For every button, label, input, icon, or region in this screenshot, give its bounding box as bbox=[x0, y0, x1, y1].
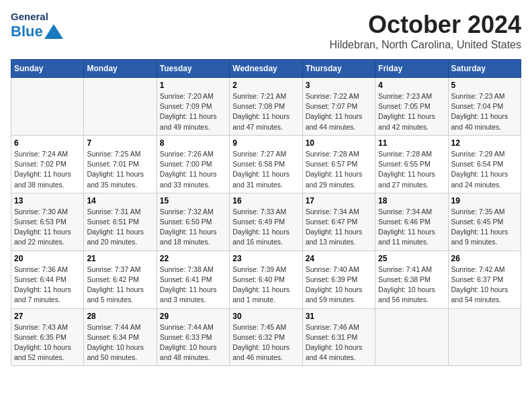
day-number: 23 bbox=[232, 254, 299, 263]
day-info: Sunrise: 7:39 AM Sunset: 6:40 PM Dayligh… bbox=[232, 265, 299, 306]
weekday-friday: Friday bbox=[375, 60, 448, 78]
calendar-cell: 22Sunrise: 7:38 AM Sunset: 6:41 PM Dayli… bbox=[157, 250, 229, 308]
day-number: 30 bbox=[232, 312, 299, 321]
calendar-week-3: 13Sunrise: 7:30 AM Sunset: 6:53 PM Dayli… bbox=[11, 193, 521, 250]
calendar-week-5: 27Sunrise: 7:43 AM Sunset: 6:35 PM Dayli… bbox=[11, 308, 521, 366]
day-number: 14 bbox=[87, 196, 153, 205]
page-title: October 2024 bbox=[330, 11, 521, 39]
day-number: 10 bbox=[306, 138, 372, 148]
day-number: 9 bbox=[232, 138, 299, 148]
calendar-cell bbox=[375, 308, 448, 366]
day-info: Sunrise: 7:45 AM Sunset: 6:32 PM Dayligh… bbox=[232, 322, 299, 363]
calendar-cell: 24Sunrise: 7:40 AM Sunset: 6:39 PM Dayli… bbox=[302, 250, 375, 308]
day-info: Sunrise: 7:25 AM Sunset: 7:01 PM Dayligh… bbox=[87, 149, 153, 190]
day-info: Sunrise: 7:24 AM Sunset: 7:02 PM Dayligh… bbox=[14, 149, 81, 190]
calendar-cell: 7Sunrise: 7:25 AM Sunset: 7:01 PM Daylig… bbox=[84, 135, 157, 193]
logo-bird-icon bbox=[44, 24, 63, 39]
calendar-week-2: 6Sunrise: 7:24 AM Sunset: 7:02 PM Daylig… bbox=[11, 135, 521, 193]
day-number: 21 bbox=[87, 254, 153, 263]
calendar-table: SundayMondayTuesdayWednesdayThursdayFrid… bbox=[11, 59, 521, 366]
day-info: Sunrise: 7:41 AM Sunset: 6:38 PM Dayligh… bbox=[378, 265, 445, 306]
day-number: 6 bbox=[14, 138, 81, 148]
day-info: Sunrise: 7:40 AM Sunset: 6:39 PM Dayligh… bbox=[306, 265, 372, 306]
day-info: Sunrise: 7:46 AM Sunset: 6:31 PM Dayligh… bbox=[306, 322, 372, 363]
weekday-sunday: Sunday bbox=[11, 60, 84, 78]
title-block: October 2024 Hildebran, North Carolina, … bbox=[330, 11, 521, 51]
calendar-cell: 5Sunrise: 7:23 AM Sunset: 7:04 PM Daylig… bbox=[448, 78, 521, 136]
day-number: 18 bbox=[378, 196, 445, 205]
day-info: Sunrise: 7:29 AM Sunset: 6:54 PM Dayligh… bbox=[451, 149, 518, 190]
day-info: Sunrise: 7:20 AM Sunset: 7:09 PM Dayligh… bbox=[160, 91, 226, 132]
day-info: Sunrise: 7:28 AM Sunset: 6:55 PM Dayligh… bbox=[378, 149, 445, 190]
page-subtitle: Hildebran, North Carolina, United States bbox=[330, 39, 521, 51]
day-number: 11 bbox=[378, 138, 445, 148]
calendar-cell: 9Sunrise: 7:27 AM Sunset: 6:58 PM Daylig… bbox=[230, 135, 302, 193]
calendar-cell: 6Sunrise: 7:24 AM Sunset: 7:02 PM Daylig… bbox=[11, 135, 84, 193]
day-info: Sunrise: 7:36 AM Sunset: 6:44 PM Dayligh… bbox=[14, 265, 81, 306]
day-number: 12 bbox=[451, 138, 518, 148]
day-number: 3 bbox=[306, 81, 372, 90]
calendar-cell: 23Sunrise: 7:39 AM Sunset: 6:40 PM Dayli… bbox=[230, 250, 302, 308]
logo-general: General bbox=[11, 11, 63, 23]
day-info: Sunrise: 7:31 AM Sunset: 6:51 PM Dayligh… bbox=[87, 207, 153, 248]
day-info: Sunrise: 7:22 AM Sunset: 7:07 PM Dayligh… bbox=[306, 91, 372, 132]
calendar-cell: 10Sunrise: 7:28 AM Sunset: 6:57 PM Dayli… bbox=[302, 135, 375, 193]
calendar-cell: 31Sunrise: 7:46 AM Sunset: 6:31 PM Dayli… bbox=[302, 308, 375, 366]
logo-blue: Blue bbox=[11, 23, 43, 40]
day-info: Sunrise: 7:38 AM Sunset: 6:41 PM Dayligh… bbox=[160, 265, 226, 306]
calendar-cell: 13Sunrise: 7:30 AM Sunset: 6:53 PM Dayli… bbox=[11, 193, 84, 250]
day-number: 15 bbox=[160, 196, 226, 205]
calendar-cell: 11Sunrise: 7:28 AM Sunset: 6:55 PM Dayli… bbox=[375, 135, 448, 193]
calendar-week-1: 1Sunrise: 7:20 AM Sunset: 7:09 PM Daylig… bbox=[11, 78, 521, 136]
calendar-cell: 21Sunrise: 7:37 AM Sunset: 6:42 PM Dayli… bbox=[84, 250, 157, 308]
day-number: 16 bbox=[232, 196, 299, 205]
calendar-cell: 2Sunrise: 7:21 AM Sunset: 7:08 PM Daylig… bbox=[230, 78, 302, 136]
calendar-cell: 15Sunrise: 7:32 AM Sunset: 6:50 PM Dayli… bbox=[157, 193, 229, 250]
day-info: Sunrise: 7:42 AM Sunset: 6:37 PM Dayligh… bbox=[451, 265, 518, 306]
weekday-wednesday: Wednesday bbox=[230, 60, 302, 78]
day-info: Sunrise: 7:28 AM Sunset: 6:57 PM Dayligh… bbox=[306, 149, 372, 190]
day-number: 20 bbox=[14, 254, 81, 263]
calendar-cell: 14Sunrise: 7:31 AM Sunset: 6:51 PM Dayli… bbox=[84, 193, 157, 250]
day-info: Sunrise: 7:43 AM Sunset: 6:35 PM Dayligh… bbox=[14, 322, 81, 363]
day-info: Sunrise: 7:44 AM Sunset: 6:33 PM Dayligh… bbox=[160, 322, 226, 363]
weekday-saturday: Saturday bbox=[448, 60, 521, 78]
day-number: 19 bbox=[451, 196, 518, 205]
day-number: 1 bbox=[160, 81, 226, 90]
calendar-header: SundayMondayTuesdayWednesdayThursdayFrid… bbox=[11, 60, 521, 78]
calendar-cell: 1Sunrise: 7:20 AM Sunset: 7:09 PM Daylig… bbox=[157, 78, 229, 136]
calendar-cell: 20Sunrise: 7:36 AM Sunset: 6:44 PM Dayli… bbox=[11, 250, 84, 308]
calendar-cell: 17Sunrise: 7:34 AM Sunset: 6:47 PM Dayli… bbox=[302, 193, 375, 250]
day-info: Sunrise: 7:23 AM Sunset: 7:05 PM Dayligh… bbox=[378, 91, 445, 132]
calendar-cell: 26Sunrise: 7:42 AM Sunset: 6:37 PM Dayli… bbox=[448, 250, 521, 308]
calendar-cell: 25Sunrise: 7:41 AM Sunset: 6:38 PM Dayli… bbox=[375, 250, 448, 308]
calendar-cell: 30Sunrise: 7:45 AM Sunset: 6:32 PM Dayli… bbox=[230, 308, 302, 366]
day-info: Sunrise: 7:30 AM Sunset: 6:53 PM Dayligh… bbox=[14, 207, 81, 248]
svg-marker-0 bbox=[44, 24, 63, 39]
page-header: General Blue October 2024 Hildebran, Nor… bbox=[11, 11, 521, 51]
day-number: 24 bbox=[306, 254, 372, 263]
day-number: 29 bbox=[160, 312, 226, 321]
calendar-cell bbox=[11, 78, 84, 136]
weekday-thursday: Thursday bbox=[302, 60, 375, 78]
calendar-cell: 18Sunrise: 7:34 AM Sunset: 6:46 PM Dayli… bbox=[375, 193, 448, 250]
day-info: Sunrise: 7:44 AM Sunset: 6:34 PM Dayligh… bbox=[87, 322, 153, 363]
calendar-cell: 4Sunrise: 7:23 AM Sunset: 7:05 PM Daylig… bbox=[375, 78, 448, 136]
day-number: 8 bbox=[160, 138, 226, 148]
day-info: Sunrise: 7:26 AM Sunset: 7:00 PM Dayligh… bbox=[160, 149, 226, 190]
weekday-header-row: SundayMondayTuesdayWednesdayThursdayFrid… bbox=[11, 60, 521, 78]
day-info: Sunrise: 7:21 AM Sunset: 7:08 PM Dayligh… bbox=[232, 91, 299, 132]
day-info: Sunrise: 7:23 AM Sunset: 7:04 PM Dayligh… bbox=[451, 91, 518, 132]
day-number: 25 bbox=[378, 254, 445, 263]
day-info: Sunrise: 7:32 AM Sunset: 6:50 PM Dayligh… bbox=[160, 207, 226, 248]
logo: General Blue bbox=[11, 11, 63, 40]
day-number: 28 bbox=[87, 312, 153, 321]
day-number: 7 bbox=[87, 138, 153, 148]
calendar-cell: 8Sunrise: 7:26 AM Sunset: 7:00 PM Daylig… bbox=[157, 135, 229, 193]
day-number: 27 bbox=[14, 312, 81, 321]
day-number: 5 bbox=[451, 81, 518, 90]
calendar-cell: 12Sunrise: 7:29 AM Sunset: 6:54 PM Dayli… bbox=[448, 135, 521, 193]
day-number: 13 bbox=[14, 196, 81, 205]
day-number: 31 bbox=[306, 312, 372, 321]
day-info: Sunrise: 7:33 AM Sunset: 6:49 PM Dayligh… bbox=[232, 207, 299, 248]
